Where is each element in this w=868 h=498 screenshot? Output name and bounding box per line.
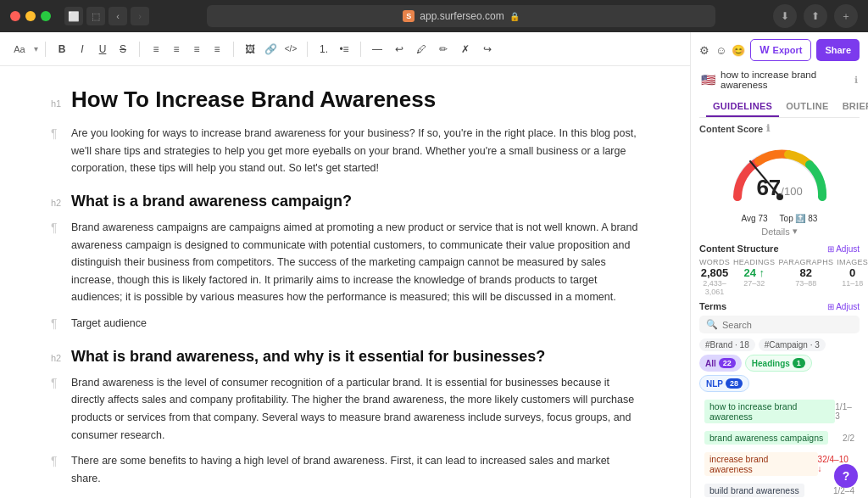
document-h1: h1 How To Increase Brand Awareness xyxy=(51,87,639,113)
close-button[interactable] xyxy=(10,11,20,21)
para-bullet-3: ¶ xyxy=(51,316,64,330)
filter-headings[interactable]: Headings 1 xyxy=(745,355,812,372)
sep2 xyxy=(139,42,140,57)
list-group: 1. •≡ xyxy=(314,39,353,59)
site-icon: S xyxy=(403,10,415,22)
underline-btn[interactable]: U xyxy=(93,39,112,59)
score-gauge: 67/100 xyxy=(699,137,860,214)
smiley-icon[interactable]: ☺ xyxy=(715,39,726,61)
export-button[interactable]: W Export xyxy=(750,39,811,61)
sidebar-toggle[interactable]: ⬚ xyxy=(86,7,105,25)
brand-badge[interactable]: #Brand · 18 xyxy=(699,339,755,351)
score-section: Content Score ℹ 67/100 xyxy=(691,123,868,243)
para-text: Are you looking for ways to increase bra… xyxy=(71,125,639,177)
align-left-btn[interactable]: ≡ xyxy=(147,39,165,59)
top-value: 83 xyxy=(808,214,817,223)
lock-icon: 🔒 xyxy=(509,12,520,21)
filter-nlp[interactable]: NLP 28 xyxy=(699,375,749,392)
back-nav[interactable]: ‹ xyxy=(108,7,127,25)
image-btn[interactable]: 🖼 xyxy=(241,39,259,59)
terms-adjust-btn[interactable]: ⊞ Adjust xyxy=(827,302,860,311)
structure-grid: WORDS 2,805 2,433–3,061 HEADINGS 24 ↑ 27… xyxy=(699,258,860,296)
tab-brief[interactable]: BRIEF xyxy=(836,97,868,117)
keyword-row: 🇺🇸 how to increase brand awareness ℹ xyxy=(699,66,860,93)
help-button[interactable]: ? xyxy=(834,464,858,488)
share-button[interactable]: Share xyxy=(816,39,860,61)
details-button[interactable]: Details ▾ xyxy=(699,226,860,237)
address-bar[interactable]: S app.surferseo.com 🔒 xyxy=(207,5,715,27)
editor-area: Aa ▾ B I U S ≡ ≡ ≡ ≡ 🖼 🔗 </> xyxy=(0,32,690,498)
score-label: Content Score ℹ xyxy=(699,123,860,134)
term-item-1[interactable]: brand awareness campaigns 2/2 xyxy=(699,428,860,447)
struct-para-value: 82 xyxy=(778,266,833,279)
tab-outline[interactable]: OUTLINE xyxy=(779,97,835,117)
dash-btn[interactable]: — xyxy=(368,39,387,59)
share-icon[interactable]: ⬆ xyxy=(804,4,827,28)
term-name-3: build brand awareness xyxy=(704,484,804,497)
keyword-info-icon[interactable]: ℹ xyxy=(854,75,858,86)
maximize-button[interactable] xyxy=(41,11,51,21)
struct-words-label: WORDS xyxy=(699,258,730,266)
align-right-btn[interactable]: ≡ xyxy=(187,39,206,59)
new-tab-icon[interactable]: ＋ xyxy=(834,4,858,28)
back-button[interactable]: ⬜ xyxy=(64,7,83,25)
url-text: app.surferseo.com xyxy=(420,10,504,22)
clear-format-btn[interactable]: ✗ xyxy=(456,39,475,59)
align-justify-btn[interactable]: ≡ xyxy=(208,39,226,59)
undo-btn[interactable]: ↩ xyxy=(390,39,409,59)
panel-tabs: GUIDELINES OUTLINE BRIEF xyxy=(699,97,860,118)
term-name-0: how to increase brand awareness xyxy=(704,400,835,423)
bold-btn[interactable]: B xyxy=(53,39,71,59)
terms-header: Terms ⊞ Adjust xyxy=(699,301,860,311)
term-item-3[interactable]: build brand awareness 1/2–4 xyxy=(699,481,860,498)
para-text-3: Target audience xyxy=(71,315,147,333)
forward-nav[interactable]: › xyxy=(131,7,149,25)
strikethrough-btn[interactable]: S xyxy=(114,39,132,59)
para-bullet-5: ¶ xyxy=(51,454,64,467)
filter-headings-label: Headings xyxy=(752,359,790,368)
structure-adjust-btn[interactable]: ⊞ Adjust xyxy=(827,244,860,254)
font-size-btn[interactable]: Aa xyxy=(10,39,29,59)
struct-words: WORDS 2,805 2,433–3,061 xyxy=(699,258,730,296)
align-group: ≡ ≡ ≡ ≡ xyxy=(147,39,226,59)
minimize-button[interactable] xyxy=(25,11,36,21)
code-btn[interactable]: </> xyxy=(281,39,300,59)
settings-icon[interactable]: ⚙ xyxy=(699,39,710,61)
ol-btn[interactable]: 1. xyxy=(314,39,333,59)
filter-nlp-count: 28 xyxy=(726,378,743,389)
italic-btn[interactable]: I xyxy=(73,39,92,59)
para-text-5: There are some benefits to having a high… xyxy=(71,452,639,487)
term-count-1: 2/2 xyxy=(843,434,854,443)
struct-img-label: IMAGES xyxy=(837,258,868,266)
term-item-0[interactable]: how to increase brand awareness 1/1–3 xyxy=(699,397,860,426)
campaign-badge[interactable]: #Campaign · 3 xyxy=(759,339,826,351)
score-number: 67/100 xyxy=(756,176,802,199)
editor-content[interactable]: h1 How To Increase Brand Awareness ¶ Are… xyxy=(0,66,690,498)
tab-guidelines[interactable]: GUIDELINES xyxy=(706,97,779,117)
nav-controls: ⬜ ⬚ ‹ › xyxy=(64,7,149,25)
score-info-icon[interactable]: ℹ xyxy=(766,123,770,134)
align-center-btn[interactable]: ≡ xyxy=(167,39,186,59)
score-meta: Avg 73 Top 🔝 83 xyxy=(699,214,860,223)
struct-para-range: 73–88 xyxy=(778,279,833,288)
ul-btn[interactable]: •≡ xyxy=(335,39,353,59)
target-keyword: how to increase brand awareness xyxy=(721,70,849,90)
highlight-btn[interactable]: ✏ xyxy=(434,39,453,59)
terms-title: Terms xyxy=(699,301,726,311)
download-icon[interactable]: ⬇ xyxy=(773,4,797,28)
struct-words-range: 2,433–3,061 xyxy=(699,279,730,296)
avg-label: Avg 73 xyxy=(742,214,768,223)
sep3 xyxy=(233,42,234,57)
h1-label: h1 xyxy=(51,98,64,109)
link-btn[interactable]: 🔗 xyxy=(261,39,280,59)
terms-search-input[interactable] xyxy=(722,320,853,330)
paragraph-1: ¶ Are you looking for ways to increase b… xyxy=(51,125,639,177)
terms-adjust-icon: ⊞ xyxy=(827,302,834,311)
paint-btn[interactable]: 🖊 xyxy=(412,39,431,59)
redo-btn[interactable]: ↪ xyxy=(478,39,497,59)
struct-paragraphs: PARAGRAPHS 82 73–88 xyxy=(778,258,833,296)
emoji-icon[interactable]: 😊 xyxy=(732,39,745,61)
paragraph-2: ¶ Brand awareness campaigns are campaign… xyxy=(51,219,639,306)
filter-all[interactable]: All 22 xyxy=(699,355,742,372)
insert-group: 🖼 🔗 </> xyxy=(241,39,300,59)
